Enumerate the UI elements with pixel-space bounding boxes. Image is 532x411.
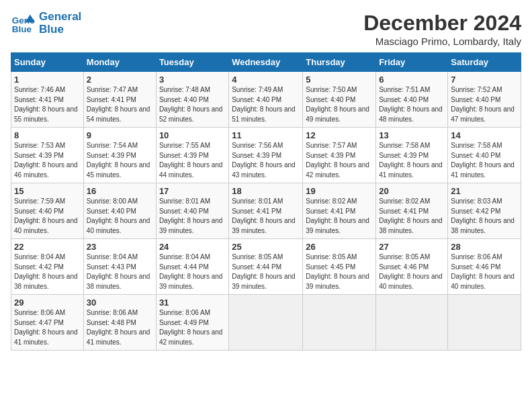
day-info: Sunrise: 8:04 AMSunset: 4:44 PMDaylight:… (159, 253, 226, 291)
calendar-cell: 8Sunrise: 7:53 AMSunset: 4:39 PMDaylight… (11, 128, 84, 183)
calendar-cell: 14Sunrise: 7:58 AMSunset: 4:40 PMDayligh… (448, 128, 521, 183)
calendar-table: SundayMondayTuesdayWednesdayThursdayFrid… (11, 52, 521, 351)
calendar-cell (376, 295, 448, 351)
calendar-cell: 16Sunrise: 8:00 AMSunset: 4:40 PMDayligh… (83, 183, 156, 239)
day-number: 3 (159, 75, 226, 85)
calendar-cell: 2Sunrise: 7:47 AMSunset: 4:41 PMDaylight… (83, 72, 156, 128)
calendar-cell: 15Sunrise: 7:59 AMSunset: 4:40 PMDayligh… (11, 183, 84, 239)
day-number: 26 (306, 242, 373, 252)
calendar-cell: 19Sunrise: 8:02 AMSunset: 4:41 PMDayligh… (303, 183, 376, 239)
header: General Blue General Blue December 2024 … (11, 11, 521, 47)
calendar-week-row: 15Sunrise: 7:59 AMSunset: 4:40 PMDayligh… (11, 183, 521, 239)
calendar-header-friday: Friday (376, 53, 448, 72)
day-info: Sunrise: 8:04 AMSunset: 4:43 PMDaylight:… (87, 253, 153, 291)
day-info: Sunrise: 8:01 AMSunset: 4:41 PMDaylight:… (232, 197, 300, 236)
day-number: 28 (451, 242, 518, 252)
calendar-header-tuesday: Tuesday (156, 53, 228, 72)
day-number: 21 (451, 186, 518, 196)
calendar-cell: 6Sunrise: 7:51 AMSunset: 4:40 PMDaylight… (376, 72, 448, 128)
calendar-cell: 30Sunrise: 8:06 AMSunset: 4:48 PMDayligh… (83, 295, 156, 351)
calendar-cell: 1Sunrise: 7:46 AMSunset: 4:41 PMDaylight… (11, 72, 84, 128)
day-number: 18 (232, 186, 300, 196)
day-number: 27 (379, 242, 445, 252)
day-info: Sunrise: 8:03 AMSunset: 4:42 PMDaylight:… (451, 197, 518, 236)
day-number: 25 (232, 242, 300, 252)
calendar-cell: 21Sunrise: 8:03 AMSunset: 4:42 PMDayligh… (448, 183, 521, 239)
day-number: 24 (159, 242, 226, 252)
calendar-cell: 22Sunrise: 8:04 AMSunset: 4:42 PMDayligh… (11, 239, 84, 295)
day-number: 4 (232, 75, 300, 85)
day-number: 5 (306, 75, 373, 85)
day-info: Sunrise: 7:54 AMSunset: 4:39 PMDaylight:… (87, 141, 153, 180)
calendar-cell: 28Sunrise: 8:06 AMSunset: 4:46 PMDayligh… (448, 239, 521, 295)
calendar-header-row: SundayMondayTuesdayWednesdayThursdayFrid… (11, 53, 521, 72)
calendar-header-sunday: Sunday (11, 53, 84, 72)
calendar-cell: 3Sunrise: 7:48 AMSunset: 4:40 PMDaylight… (156, 72, 228, 128)
calendar-body: 1Sunrise: 7:46 AMSunset: 4:41 PMDaylight… (11, 72, 521, 351)
logo-line2: Blue (39, 24, 81, 36)
day-info: Sunrise: 8:02 AMSunset: 4:41 PMDaylight:… (379, 197, 445, 236)
day-info: Sunrise: 8:04 AMSunset: 4:42 PMDaylight:… (14, 253, 81, 291)
day-number: 12 (306, 130, 373, 140)
calendar-week-row: 22Sunrise: 8:04 AMSunset: 4:42 PMDayligh… (11, 239, 521, 295)
logo-line1: General (39, 11, 81, 24)
calendar-cell: 18Sunrise: 8:01 AMSunset: 4:41 PMDayligh… (229, 183, 303, 239)
calendar-week-row: 29Sunrise: 8:06 AMSunset: 4:47 PMDayligh… (11, 295, 521, 351)
calendar-week-row: 1Sunrise: 7:46 AMSunset: 4:41 PMDaylight… (11, 72, 521, 128)
day-number: 13 (379, 130, 445, 140)
day-info: Sunrise: 8:06 AMSunset: 4:49 PMDaylight:… (159, 308, 226, 347)
logo-icon: General Blue (11, 11, 35, 36)
day-info: Sunrise: 7:49 AMSunset: 4:40 PMDaylight:… (232, 85, 300, 124)
day-number: 6 (379, 75, 445, 85)
day-info: Sunrise: 8:05 AMSunset: 4:44 PMDaylight:… (232, 253, 300, 291)
calendar-header-thursday: Thursday (303, 53, 376, 72)
calendar-cell: 29Sunrise: 8:06 AMSunset: 4:47 PMDayligh… (11, 295, 84, 351)
svg-text:Blue: Blue (12, 24, 32, 34)
day-info: Sunrise: 8:06 AMSunset: 4:47 PMDaylight:… (14, 308, 81, 347)
day-number: 11 (232, 130, 300, 140)
logo: General Blue General Blue (11, 11, 81, 36)
calendar-cell: 31Sunrise: 8:06 AMSunset: 4:49 PMDayligh… (156, 295, 228, 351)
day-number: 15 (14, 186, 81, 196)
day-number: 17 (159, 186, 226, 196)
day-info: Sunrise: 7:58 AMSunset: 4:39 PMDaylight:… (379, 141, 445, 180)
day-info: Sunrise: 8:00 AMSunset: 4:40 PMDaylight:… (87, 197, 153, 236)
day-info: Sunrise: 7:51 AMSunset: 4:40 PMDaylight:… (379, 85, 445, 124)
day-number: 14 (451, 130, 518, 140)
day-info: Sunrise: 7:48 AMSunset: 4:40 PMDaylight:… (159, 85, 226, 124)
day-info: Sunrise: 7:47 AMSunset: 4:41 PMDaylight:… (87, 85, 153, 124)
day-info: Sunrise: 7:46 AMSunset: 4:41 PMDaylight:… (14, 85, 81, 124)
calendar-cell (229, 295, 303, 351)
day-number: 9 (87, 130, 153, 140)
calendar-cell: 11Sunrise: 7:56 AMSunset: 4:39 PMDayligh… (229, 128, 303, 183)
day-info: Sunrise: 7:59 AMSunset: 4:40 PMDaylight:… (14, 197, 81, 236)
day-number: 22 (14, 242, 81, 252)
location-title: Masciago Primo, Lombardy, Italy (363, 36, 521, 47)
calendar-header-monday: Monday (83, 53, 156, 72)
calendar-cell: 5Sunrise: 7:50 AMSunset: 4:40 PMDaylight… (303, 72, 376, 128)
day-info: Sunrise: 7:52 AMSunset: 4:40 PMDaylight:… (451, 85, 518, 124)
day-number: 1 (14, 75, 81, 85)
day-number: 31 (159, 298, 226, 308)
day-info: Sunrise: 8:02 AMSunset: 4:41 PMDaylight:… (306, 197, 373, 236)
day-info: Sunrise: 7:58 AMSunset: 4:40 PMDaylight:… (451, 141, 518, 180)
calendar-cell: 7Sunrise: 7:52 AMSunset: 4:40 PMDaylight… (448, 72, 521, 128)
calendar-cell: 25Sunrise: 8:05 AMSunset: 4:44 PMDayligh… (229, 239, 303, 295)
calendar-cell: 10Sunrise: 7:55 AMSunset: 4:39 PMDayligh… (156, 128, 228, 183)
calendar-cell: 23Sunrise: 8:04 AMSunset: 4:43 PMDayligh… (83, 239, 156, 295)
day-number: 29 (14, 298, 81, 308)
day-number: 19 (306, 186, 373, 196)
day-info: Sunrise: 8:01 AMSunset: 4:40 PMDaylight:… (159, 197, 226, 236)
day-number: 23 (87, 242, 153, 252)
calendar-cell: 17Sunrise: 8:01 AMSunset: 4:40 PMDayligh… (156, 183, 228, 239)
day-number: 2 (87, 75, 153, 85)
calendar-cell (448, 295, 521, 351)
day-info: Sunrise: 7:55 AMSunset: 4:39 PMDaylight:… (159, 141, 226, 180)
calendar-cell (303, 295, 376, 351)
calendar-header-wednesday: Wednesday (229, 53, 303, 72)
calendar-cell: 13Sunrise: 7:58 AMSunset: 4:39 PMDayligh… (376, 128, 448, 183)
day-number: 16 (87, 186, 153, 196)
calendar-cell: 4Sunrise: 7:49 AMSunset: 4:40 PMDaylight… (229, 72, 303, 128)
day-info: Sunrise: 8:05 AMSunset: 4:46 PMDaylight:… (379, 253, 445, 291)
month-title: December 2024 (363, 11, 521, 36)
